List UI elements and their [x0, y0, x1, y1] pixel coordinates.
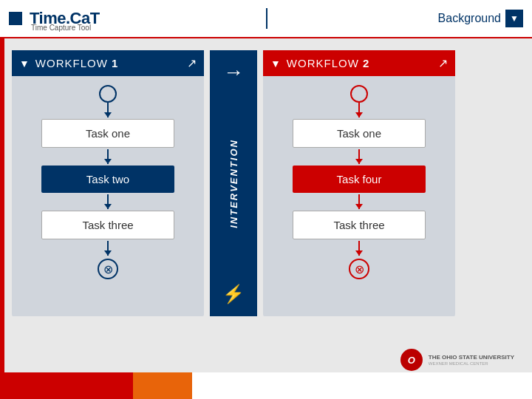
workflow-1-title: Workflow 1 [35, 57, 181, 69]
workflow-2-arrow-3 [358, 194, 360, 209]
logo-square [9, 12, 22, 25]
footer-orange-stripe [133, 372, 192, 399]
left-accent-bar [0, 0, 4, 399]
osu-circle: O [400, 349, 423, 371]
workflow-1-arrow-2 [107, 149, 109, 164]
workflow-1-end-node: ⊗ [98, 259, 118, 279]
background-label: Background [438, 12, 501, 25]
header-divider [266, 8, 267, 29]
workflow-1-task-three[interactable]: Task three [41, 211, 174, 239]
workflow-1-arrow-3 [107, 194, 109, 209]
header: Time.CaT Time Capture Tool Background ▼ [0, 0, 532, 38]
workflow-1-toggle[interactable]: ▼ [19, 58, 30, 69]
workflow-2-end-node: ⊗ [349, 259, 369, 279]
intervention-label: Intervention [228, 139, 239, 228]
workflow-1-task-one[interactable]: Task one [41, 119, 174, 148]
workflow-2-task-three[interactable]: Task three [293, 211, 426, 239]
workflow-1-panel: ▼ Workflow 1 ↗ Task one Task two Task th… [12, 50, 204, 316]
workflow-2-arrow-1 [358, 103, 360, 117]
intervention-panel: → Intervention ⚡ [210, 50, 257, 316]
workflow-2-task-one[interactable]: Task one [293, 119, 426, 148]
workflow-1-arrow-1 [107, 103, 109, 117]
workflow-1-task-two[interactable]: Task two [41, 166, 174, 193]
workflow-1-arrow-4 [107, 241, 109, 256]
background-dropdown[interactable]: ▼ [505, 10, 523, 27]
intervention-bolt-icon: ⚡ [222, 284, 245, 304]
osu-medical-center: Wexner Medical Center [429, 361, 514, 366]
workflow-2-start-node [350, 85, 368, 103]
workflow-1-icon: ↗ [187, 56, 197, 70]
workflow-2-panel: ▼ Workflow 2 ↗ Task one Task four Task t… [263, 50, 455, 316]
workflow-2-arrow-2 [358, 149, 360, 164]
workflow-2-icon: ↗ [438, 56, 448, 70]
workflow-1-start-node [99, 85, 117, 103]
workflow-1-body: Task one Task two Task three ⊗ [12, 76, 204, 294]
osu-university-name: The Ohio State University [429, 354, 514, 361]
workflow-2-task-four[interactable]: Task four [293, 166, 426, 193]
workflow-2-toggle[interactable]: ▼ [270, 58, 281, 69]
workflow-2-header: ▼ Workflow 2 ↗ [263, 50, 455, 76]
intervention-arrow-icon: → [223, 62, 244, 83]
workflow-2-title: Workflow 2 [287, 57, 432, 69]
workflow-2-arrow-4 [358, 241, 360, 256]
header-right: Background ▼ [438, 10, 523, 27]
app-subtitle: Time Capture Tool [31, 24, 91, 32]
main-content: ▼ Workflow 1 ↗ Task one Task two Task th… [0, 38, 532, 399]
workflow-1-header: ▼ Workflow 1 ↗ [12, 50, 204, 76]
workflow-2-body: Task one Task four Task three ⊗ [263, 76, 455, 294]
osu-logo: O The Ohio State University Wexner Medic… [400, 349, 514, 371]
footer-red-stripe [0, 372, 133, 399]
osu-text-block: The Ohio State University Wexner Medical… [429, 354, 514, 366]
footer [0, 372, 532, 399]
